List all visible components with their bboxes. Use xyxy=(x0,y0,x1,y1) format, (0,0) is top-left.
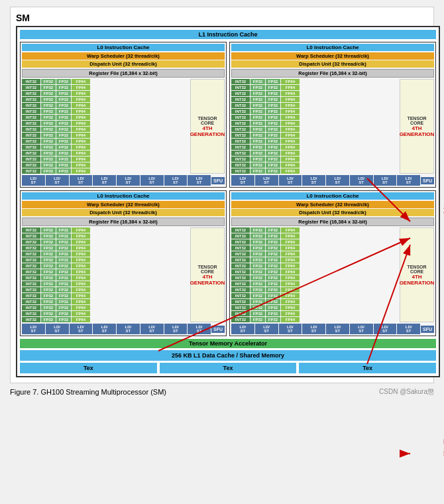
q1-sfu-row: LD/ST LD/ST LD/ST LD/ST LD/ST LD/ST LD/S… xyxy=(22,175,225,186)
q2-int-fp-grid: INT32FP32FP32FP64 INT32FP32FP32FP64 INT3… xyxy=(231,79,398,174)
q3-l0-cache: L0 Instruction Cache xyxy=(22,192,225,200)
q4-int-fp-grid: INT32FP32FP32FP64 INT32FP32FP32FP64 INT3… xyxy=(231,227,398,322)
l1-instruction-cache: L1 Instruction Cache xyxy=(20,30,436,39)
q4-sfu-row: LD/ST LD/ST LD/ST LD/ST LD/ST LD/ST LD/S… xyxy=(231,324,434,334)
four-quadrants: L0 Instruction Cache Warp Scheduler (32 … xyxy=(20,42,436,336)
tex-3: Tex xyxy=(299,363,436,373)
q3-int-fp-grid: INT32FP32FP32FP64 INT32FP32FP32FP64 INT3… xyxy=(22,227,189,322)
figure-caption-text: Figure 7. GH100 Streaming Multiprocessor… xyxy=(10,388,166,396)
sm-label: SM xyxy=(16,13,428,23)
q3-register-file: Register File (16,384 x 32-bit) xyxy=(22,218,225,226)
q2-sfu-row: LD/ST LD/ST LD/ST LD/ST LD/ST LD/ST LD/S… xyxy=(231,175,434,186)
q2-dispatch-unit: Dispatch Unit (32 thread/clk) xyxy=(231,60,434,68)
q2-compute-area: INT32FP32FP32FP64 INT32FP32FP32FP64 INT3… xyxy=(231,79,434,174)
q4-compute-area: INT32FP32FP32FP64 INT32FP32FP32FP64 INT3… xyxy=(231,227,434,322)
q4-tensor-core-label: TENSOR CORE 4TH GENERATION xyxy=(400,227,434,322)
q3-compute-area: INT32FP32FP32FP64 INT32FP32FP32FP64 INT3… xyxy=(22,227,225,322)
q4-dispatch-unit: Dispatch Unit (32 thread/clk) xyxy=(231,209,434,216)
q1-register-file: Register File (16,384 x 32-bit) xyxy=(22,69,225,78)
bottom-area: Tensor Memory Accelerator 256 KB L1 Data… xyxy=(20,339,436,373)
tex-1: Tex xyxy=(20,363,157,373)
sm-diagram: L1 Instruction Cache L0 Instruction Cach… xyxy=(16,26,440,377)
tensor-memory-accelerator: Tensor Memory Accelerator xyxy=(20,339,436,348)
tex-row: Tex Tex Tex xyxy=(20,363,436,373)
q2-register-file: Register File (16,384 x 32-bit) xyxy=(231,69,434,78)
q1-tensor-core-label: TENSOR CORE 4TH GENERATION xyxy=(190,79,225,174)
quadrant-4: L0 Instruction Cache Warp Scheduler (32 … xyxy=(229,190,436,336)
quadrant-3: L0 Instruction Cache Warp Scheduler (32 … xyxy=(20,190,227,336)
q3-sfu-row: LD/ST LD/ST LD/ST LD/ST LD/ST LD/ST LD/S… xyxy=(22,324,225,334)
q4-l0-cache: L0 Instruction Cache xyxy=(231,192,434,200)
q2-l0-cache: L0 Instruction Cache xyxy=(231,44,434,51)
quadrant-1: L0 Instruction Cache Warp Scheduler (32 … xyxy=(20,42,227,188)
q1-compute-area: INT32FP32FP32FP64 INT32FP32FP32FP64 INT3… xyxy=(22,79,225,174)
figure-caption: Figure 7. GH100 Streaming Multiprocessor… xyxy=(10,387,434,397)
tex-2: Tex xyxy=(160,363,297,373)
q1-sfu: SFU xyxy=(211,177,225,184)
q1-int-fp-grid: INT32FP32FP32FP64 INT32FP32FP32FP64 INT3… xyxy=(22,79,189,174)
q2-tensor-core-label: TENSOR CORE 4TH GENERATION xyxy=(400,79,434,174)
quadrant-2: L0 Instruction Cache Warp Scheduler (32 … xyxy=(229,42,436,188)
q1-l0-cache: L0 Instruction Cache xyxy=(22,44,225,51)
l1-data-cache: 256 KB L1 Data Cache / Shared Memory xyxy=(20,350,436,361)
q3-tensor-core-label: TENSOR CORE 4TH GENERATION xyxy=(190,227,225,322)
q3-sfu: SFU xyxy=(211,326,225,333)
q4-register-file: Register File (16,384 x 32-bit) xyxy=(231,218,434,226)
q2-sfu: SFU xyxy=(421,177,434,184)
q4-warp-scheduler: Warp Scheduler (32 thread/clk) xyxy=(231,201,434,208)
main-container: SM L1 Instruction Cache L0 Instruction C… xyxy=(10,7,434,383)
q3-dispatch-unit: Dispatch Unit (32 thread/clk) xyxy=(22,209,225,216)
q1-dispatch-unit: Dispatch Unit (32 thread/clk) xyxy=(22,60,225,68)
q1-warp-scheduler: Warp Scheduler (32 thread/clk) xyxy=(22,52,225,60)
csdn-label: CSDN @Sakura懲 xyxy=(379,387,434,397)
q2-warp-scheduler: Warp Scheduler (32 thread/clk) xyxy=(231,52,434,60)
sm-box: L1 Instruction Cache L0 Instruction Cach… xyxy=(16,26,440,377)
q3-warp-scheduler: Warp Scheduler (32 thread/clk) xyxy=(22,201,225,208)
q4-sfu: SFU xyxy=(421,326,434,333)
